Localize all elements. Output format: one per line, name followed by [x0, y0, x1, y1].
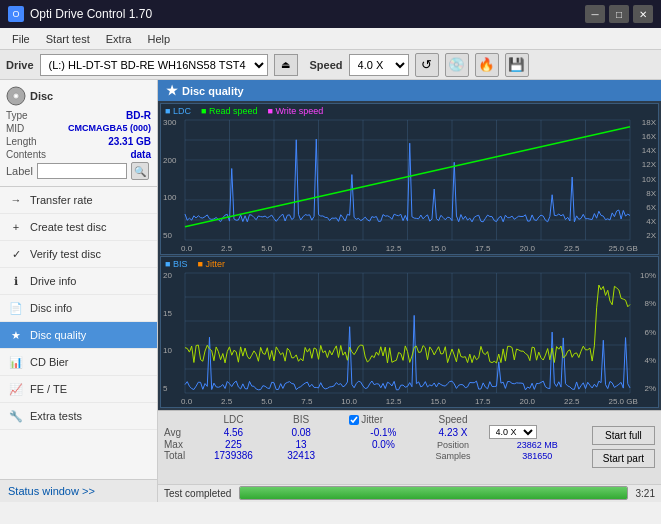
type-value: BD-R — [126, 110, 151, 121]
avg-row: Avg 4.56 0.08 -0.1% 4.23 X 4.0 X — [164, 425, 586, 439]
position-label: Position — [418, 439, 489, 450]
label-key: Label — [6, 165, 33, 177]
mid-key: MID — [6, 123, 24, 134]
top-chart: ■ LDC ■ Read speed ■ Write speed 3002001… — [160, 103, 659, 255]
burn-button[interactable]: 🔥 — [475, 53, 499, 77]
menu-extra[interactable]: Extra — [98, 31, 140, 47]
disc-title: Disc — [30, 90, 53, 102]
drive-select[interactable]: (L:) HL-DT-ST BD-RE WH16NS58 TST4 — [40, 54, 268, 76]
max-label: Max — [164, 439, 194, 450]
status-window-button[interactable]: Status window >> — [0, 479, 157, 502]
avg-bis: 0.08 — [273, 425, 329, 439]
nav-disc-quality[interactable]: ★ Disc quality — [0, 322, 157, 349]
bottom-chart: ■ BIS ■ Jitter 2015105 10%8%6%4%2% 0.02.… — [160, 256, 659, 408]
disc-button[interactable]: 💿 — [445, 53, 469, 77]
nav-verify-test-disc[interactable]: ✓ Verify test disc — [0, 241, 157, 268]
menu-file[interactable]: File — [4, 31, 38, 47]
app-icon: O — [8, 6, 24, 22]
quality-header-icon: ★ — [166, 83, 178, 98]
length-value: 23.31 GB — [108, 136, 151, 147]
main-area: Disc Type BD-R MID CMCMAGBA5 (000) Lengt… — [0, 80, 661, 502]
speed-label: Speed — [310, 59, 343, 71]
nav-disc-quality-label: Disc quality — [30, 329, 86, 341]
samples-value: 381650 — [489, 450, 586, 461]
menu-help[interactable]: Help — [139, 31, 178, 47]
jitter-col-header: Jitter — [349, 414, 417, 425]
max-jitter: 0.0% — [349, 439, 417, 450]
action-buttons: Start full Start part — [592, 414, 655, 481]
total-bis: 32413 — [273, 450, 329, 461]
maximize-button[interactable]: □ — [609, 5, 629, 23]
speed-dropdown[interactable]: 4.0 X — [489, 425, 537, 439]
position-value: 23862 MB — [489, 439, 586, 450]
avg-label: Avg — [164, 425, 194, 439]
nav-menu: → Transfer rate + Create test disc ✓ Ver… — [0, 187, 157, 430]
mid-value: CMCMAGBA5 (000) — [68, 123, 151, 134]
drive-label: Drive — [6, 59, 34, 71]
minimize-button[interactable]: ─ — [585, 5, 605, 23]
ldc-legend: ■ LDC — [165, 106, 191, 116]
eject-button[interactable]: ⏏ — [274, 54, 298, 76]
samples-label: Samples — [418, 450, 489, 461]
disc-quality-header: ★ Disc quality — [158, 80, 661, 101]
transfer-rate-icon: → — [8, 192, 24, 208]
nav-cd-bier-label: CD Bier — [30, 356, 69, 368]
stats-table: LDC BIS Jitter Speed — [164, 414, 586, 461]
ldc-col-header: LDC — [194, 414, 273, 425]
nav-fe-te[interactable]: 📈 FE / TE — [0, 376, 157, 403]
label-search-button[interactable]: 🔍 — [131, 162, 149, 180]
disc-section: Disc Type BD-R MID CMCMAGBA5 (000) Lengt… — [0, 80, 157, 187]
status-text: Test completed — [164, 488, 231, 499]
menu-start-test[interactable]: Start test — [38, 31, 98, 47]
extra-tests-icon: 🔧 — [8, 408, 24, 424]
total-row: Total 1739386 32413 Samples 381650 — [164, 450, 586, 461]
top-chart-legend: ■ LDC ■ Read speed ■ Write speed — [165, 106, 323, 116]
start-full-button[interactable]: Start full — [592, 426, 655, 445]
close-button[interactable]: ✕ — [633, 5, 653, 23]
progress-bar — [239, 486, 627, 500]
speed-select[interactable]: 4.0 X — [349, 54, 409, 76]
bottom-chart-legend: ■ BIS ■ Jitter — [165, 259, 225, 269]
nav-cd-bier[interactable]: 📊 CD Bier — [0, 349, 157, 376]
nav-disc-info[interactable]: 📄 Disc info — [0, 295, 157, 322]
refresh-button[interactable]: ↺ — [415, 53, 439, 77]
bottom-chart-y-left: 2015105 — [163, 271, 172, 393]
app-title: Opti Drive Control 1.70 — [30, 7, 152, 21]
drive-bar: Drive (L:) HL-DT-ST BD-RE WH16NS58 TST4 … — [0, 50, 661, 80]
nav-fe-te-label: FE / TE — [30, 383, 67, 395]
disc-image — [6, 86, 26, 106]
title-bar: O Opti Drive Control 1.70 ─ □ ✕ — [0, 0, 661, 28]
menu-bar: File Start test Extra Help — [0, 28, 661, 50]
fe-te-icon: 📈 — [8, 381, 24, 397]
start-part-button[interactable]: Start part — [592, 449, 655, 468]
write-speed-legend: ■ Write speed — [267, 106, 323, 116]
nav-transfer-rate-label: Transfer rate — [30, 194, 93, 206]
label-input[interactable] — [37, 163, 127, 179]
bis-col-header: BIS — [273, 414, 329, 425]
charts-container: ■ LDC ■ Read speed ■ Write speed 3002001… — [158, 101, 661, 410]
nav-verify-disc-label: Verify test disc — [30, 248, 101, 260]
svg-point-2 — [15, 95, 18, 98]
content-area: ★ Disc quality ■ LDC ■ Read speed ■ Writ… — [158, 80, 661, 502]
jitter-checkbox[interactable] — [349, 415, 359, 425]
top-chart-x-axis: 0.02.55.07.510.012.515.017.520.022.525.0… — [181, 244, 638, 253]
nav-drive-info-label: Drive info — [30, 275, 76, 287]
stats-table-container: LDC BIS Jitter Speed — [164, 414, 586, 481]
type-key: Type — [6, 110, 28, 121]
nav-create-test-disc[interactable]: + Create test disc — [0, 214, 157, 241]
status-time: 3:21 — [636, 488, 655, 499]
cd-bier-icon: 📊 — [8, 354, 24, 370]
save-button[interactable]: 💾 — [505, 53, 529, 77]
status-bar: Test completed 3:21 — [158, 484, 661, 502]
max-ldc: 225 — [194, 439, 273, 450]
bottom-chart-canvas — [161, 257, 658, 407]
disc-info-icon: 📄 — [8, 300, 24, 316]
nav-disc-info-label: Disc info — [30, 302, 72, 314]
avg-ldc: 4.56 — [194, 425, 273, 439]
nav-transfer-rate[interactable]: → Transfer rate — [0, 187, 157, 214]
nav-drive-info[interactable]: ℹ Drive info — [0, 268, 157, 295]
max-bis: 13 — [273, 439, 329, 450]
bis-legend: ■ BIS — [165, 259, 187, 269]
window-controls: ─ □ ✕ — [585, 5, 653, 23]
nav-extra-tests[interactable]: 🔧 Extra tests — [0, 403, 157, 430]
